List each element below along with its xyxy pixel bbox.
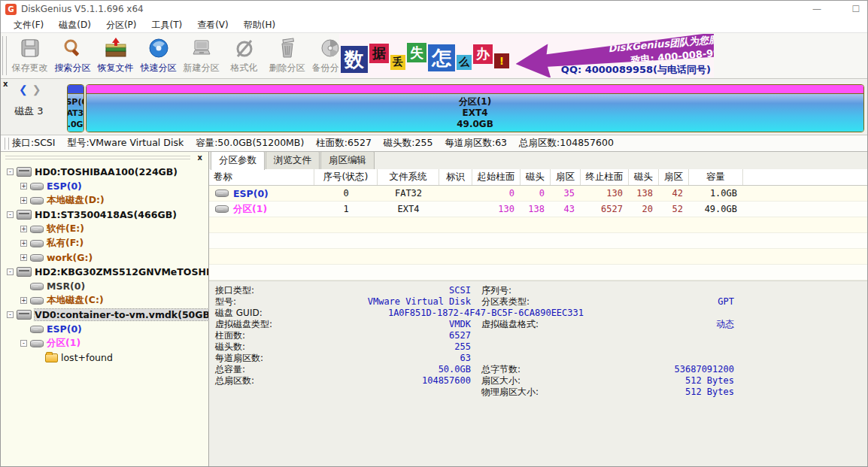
quick-partition-icon: [147, 36, 171, 60]
ad-banner[interactable]: 数 据 丢 失 怎 么 办 ! DiskGenius团队为您服务! 致电: 40…: [339, 34, 714, 77]
detail-value: 53687091200: [585, 364, 734, 375]
detail-tabs: 分区参数 浏览文件 扇区编辑: [209, 152, 867, 169]
detail-label: 总容量:: [215, 364, 328, 375]
col-filesystem[interactable]: 文件系统: [378, 169, 439, 185]
table-row-partition1[interactable]: 分区(1) 1 EXT4 130 138 43 6527 20 52 49.0G…: [209, 202, 867, 217]
hdd-icon: [17, 267, 32, 277]
partition-icon: [30, 340, 44, 347]
quick-partition-button[interactable]: 快速分区: [137, 33, 180, 77]
expand-icon[interactable]: +: [20, 226, 27, 232]
detail-label: 虚拟磁盘类型:: [215, 319, 328, 330]
detail-label: 每道扇区数:: [215, 353, 328, 364]
close-icon[interactable]: x: [3, 80, 8, 88]
tree-item-lost-found[interactable]: lost+found: [5, 350, 208, 365]
collapse-icon[interactable]: -: [7, 268, 14, 275]
tree-item-hd2-msr[interactable]: MSR(0): [5, 279, 208, 293]
col-capacity[interactable]: 容量: [689, 169, 743, 185]
collapse-icon[interactable]: -: [7, 211, 14, 218]
col-start-sector[interactable]: 扇区: [551, 169, 581, 185]
folder-icon: [45, 353, 58, 362]
disk-details-section: 接口类型:SCSI序列号: 型号:VMware Virtual Disk分区表类…: [209, 281, 867, 467]
col-volume-label[interactable]: 卷标: [209, 169, 314, 185]
col-start-cylinder[interactable]: 起始柱面: [472, 169, 520, 185]
detail-label: 总字节数:: [471, 364, 585, 375]
col-index-status[interactable]: 序号(状态): [314, 169, 378, 185]
menu-tools[interactable]: 工具(T): [144, 17, 189, 33]
table-row-empty: [209, 265, 867, 281]
menu-file[interactable]: 文件(F): [7, 17, 50, 33]
disk-model: 型号:VMware Virtual Disk: [68, 137, 184, 150]
menu-view[interactable]: 查看(V): [190, 17, 235, 33]
tree-item-vd0-partition1[interactable]: - 分区(1): [5, 336, 208, 350]
tab-sector-edit[interactable]: 扇区编辑: [320, 152, 375, 169]
collapse-icon[interactable]: -: [20, 340, 27, 347]
next-disk-arrow-icon[interactable]: ❯: [32, 83, 41, 96]
col-tag[interactable]: 标识: [439, 169, 472, 185]
recover-files-icon: [104, 36, 128, 60]
menu-partition[interactable]: 分区(P): [99, 17, 144, 33]
partition-block-main[interactable]: 分区(1) EXT4 49.0GB: [86, 84, 864, 132]
tree-item-hd2[interactable]: - HD2:KBG30ZMS512GNVMeTOSHIBA512GB: [5, 265, 208, 279]
collapse-icon[interactable]: -: [7, 168, 14, 175]
delete-partition-button[interactable]: 删除分区: [266, 33, 308, 77]
partition-size: 1.0GB: [68, 119, 83, 130]
infobar-gripper[interactable]: [5, 138, 9, 150]
tree-item-hd0[interactable]: - HD0:TOSHIBAA100(224GB): [5, 165, 208, 179]
table-header-row: 卷标 序号(状态) 文件系统 标识 起始柱面 磁头 扇区 终止柱面 磁头 扇区 …: [209, 169, 867, 186]
detail-label: 扇区大小:: [471, 375, 585, 387]
partition-block-esp[interactable]: ESP(0) FAT32 1.0GB: [67, 84, 84, 132]
tree-item-hd2-local-c[interactable]: + 本地磁盘(C:): [5, 293, 208, 308]
toolbar-gripper[interactable]: [2, 36, 7, 75]
expand-icon[interactable]: +: [20, 254, 27, 261]
tree-item-hd0-esp[interactable]: + ESP(0): [5, 179, 208, 193]
detail-value: 104857600: [328, 375, 471, 387]
tree-item-hd1[interactable]: - HD1:ST3500418AS(466GB): [5, 208, 208, 222]
table-row-empty: [209, 249, 867, 265]
minimize-button[interactable]: —: [812, 4, 822, 14]
detail-value: GPT: [585, 296, 734, 308]
expand-icon[interactable]: +: [20, 297, 27, 304]
detail-value: VMware Virtual Disk: [328, 296, 471, 308]
disk-cylinders: 柱面数:6527: [316, 137, 372, 150]
tab-partition-parameters[interactable]: 分区参数: [211, 152, 265, 170]
col-end-sector[interactable]: 扇区: [659, 169, 689, 185]
collapse-icon[interactable]: -: [7, 311, 14, 318]
partition-icon: [30, 197, 44, 205]
search-partition-button[interactable]: 搜索分区: [51, 33, 94, 77]
tree-item-vd0[interactable]: - VD0:container-to-vm.vmdk(50GB): [5, 308, 208, 322]
tree-item-hd1-software-e[interactable]: + 软件(E:): [5, 222, 208, 236]
maximize-button[interactable]: ☐: [851, 4, 861, 14]
prev-disk-arrow-icon[interactable]: ❮: [19, 83, 28, 96]
tree-gripper[interactable]: [5, 156, 190, 159]
detail-label: 序列号:: [471, 285, 585, 296]
menu-disk[interactable]: 磁盘(D): [52, 17, 98, 33]
tab-browse-files[interactable]: 浏览文件: [266, 152, 320, 169]
tree-item-hd1-work-g[interactable]: + work(G:): [5, 250, 208, 265]
tree-item-vd0-esp[interactable]: ESP(0): [5, 322, 208, 336]
detail-label: 总扇区数:: [215, 375, 328, 387]
table-row-esp[interactable]: ESP(0) 0 FAT32 0 0 35 130 138 42 1.0GB: [209, 186, 867, 202]
col-end-cylinder[interactable]: 终止柱面: [581, 169, 629, 185]
expand-icon[interactable]: +: [20, 240, 27, 247]
expand-icon[interactable]: +: [20, 183, 27, 190]
detail-label: 柱面数:: [215, 330, 328, 341]
recover-files-button[interactable]: 恢复文件: [94, 33, 137, 77]
expand-icon[interactable]: +: [20, 197, 27, 204]
ad-tile: 么: [457, 55, 472, 70]
menu-help[interactable]: 帮助(H): [237, 17, 282, 33]
new-partition-label: 新建分区: [184, 62, 220, 74]
col-start-head[interactable]: 磁头: [520, 169, 551, 185]
hdd-icon: [17, 310, 32, 320]
ad-tile: 怎: [428, 44, 455, 71]
col-end-head[interactable]: 磁头: [629, 169, 659, 185]
tree-item-hd0-local-d[interactable]: + 本地磁盘(D:): [5, 193, 208, 208]
detail-value: 1A0F851D-1872-4F47-BC5F-6CA890EEC331: [328, 308, 584, 319]
tree-item-hd1-private-f[interactable]: + 私有(F:): [5, 236, 208, 250]
new-partition-button[interactable]: 新建分区: [180, 33, 223, 77]
ad-qq-text: QQ: 4000089958(与电话同号): [561, 63, 711, 77]
close-icon[interactable]: x: [198, 153, 202, 162]
format-button[interactable]: 格式化: [223, 33, 266, 77]
detail-value: 512 Bytes: [585, 375, 734, 387]
detail-value: 动态: [585, 319, 734, 330]
save-changes-button[interactable]: 保存更改: [8, 33, 51, 77]
